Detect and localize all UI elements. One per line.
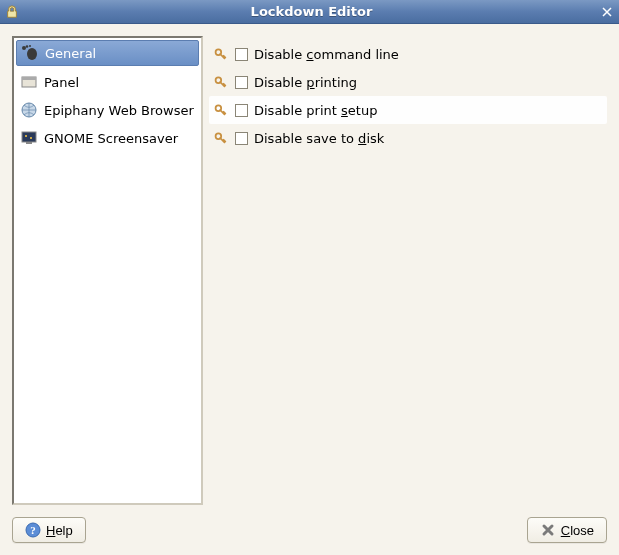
sidebar-item-epiphany[interactable]: Epiphany Web Browser xyxy=(14,96,201,124)
option-label[interactable]: Disable command line xyxy=(254,47,399,62)
titlebar: Lockdown Editor xyxy=(0,0,619,24)
close-button-icon xyxy=(540,522,556,538)
svg-point-0 xyxy=(27,48,37,60)
svg-point-9 xyxy=(25,135,27,137)
button-row: ? Help Close xyxy=(12,517,607,543)
svg-text:?: ? xyxy=(30,524,36,536)
main-pane: Disable command lineDisable printingDisa… xyxy=(209,36,607,505)
svg-rect-5 xyxy=(22,77,36,80)
content-row: General Panel Epiphany Web Browser GNOME… xyxy=(12,36,607,505)
close-button[interactable]: Close xyxy=(527,517,607,543)
sidebar-item-label: General xyxy=(45,46,96,61)
option-label[interactable]: Disable printing xyxy=(254,75,357,90)
sidebar-item-label: Panel xyxy=(44,75,79,90)
sidebar-item-general[interactable]: General xyxy=(16,40,199,66)
option-label[interactable]: Disable print setup xyxy=(254,103,377,118)
close-button-label: Close xyxy=(561,523,594,538)
gnome-foot-icon xyxy=(21,44,39,62)
option-row[interactable]: Disable command line xyxy=(209,40,607,68)
globe-icon xyxy=(20,101,38,119)
window-body: General Panel Epiphany Web Browser GNOME… xyxy=(0,24,619,555)
panel-icon xyxy=(20,73,38,91)
key-icon xyxy=(213,46,229,62)
svg-rect-7 xyxy=(22,132,36,142)
sidebar-item-label: GNOME Screensaver xyxy=(44,131,178,146)
close-icon[interactable] xyxy=(599,4,615,20)
key-icon xyxy=(213,74,229,90)
screensaver-icon xyxy=(20,129,38,147)
svg-point-1 xyxy=(22,46,26,50)
svg-point-2 xyxy=(26,45,29,48)
svg-point-10 xyxy=(30,137,32,139)
window-title: Lockdown Editor xyxy=(24,4,599,19)
svg-rect-8 xyxy=(26,142,32,144)
option-checkbox[interactable] xyxy=(235,76,248,89)
sidebar-item-panel[interactable]: Panel xyxy=(14,68,201,96)
option-checkbox[interactable] xyxy=(235,48,248,61)
svg-point-3 xyxy=(29,45,31,47)
option-row[interactable]: Disable print setup xyxy=(209,96,607,124)
key-icon xyxy=(213,130,229,146)
option-label[interactable]: Disable save to disk xyxy=(254,131,384,146)
help-icon: ? xyxy=(25,522,41,538)
help-button[interactable]: ? Help xyxy=(12,517,86,543)
lock-icon xyxy=(4,4,20,20)
option-checkbox[interactable] xyxy=(235,132,248,145)
option-row[interactable]: Disable printing xyxy=(209,68,607,96)
option-row[interactable]: Disable save to disk xyxy=(209,124,607,152)
sidebar-item-label: Epiphany Web Browser xyxy=(44,103,194,118)
sidebar-item-screensaver[interactable]: GNOME Screensaver xyxy=(14,124,201,152)
sidebar: General Panel Epiphany Web Browser GNOME… xyxy=(12,36,203,505)
option-checkbox[interactable] xyxy=(235,104,248,117)
key-icon xyxy=(213,102,229,118)
help-button-label: Help xyxy=(46,523,73,538)
